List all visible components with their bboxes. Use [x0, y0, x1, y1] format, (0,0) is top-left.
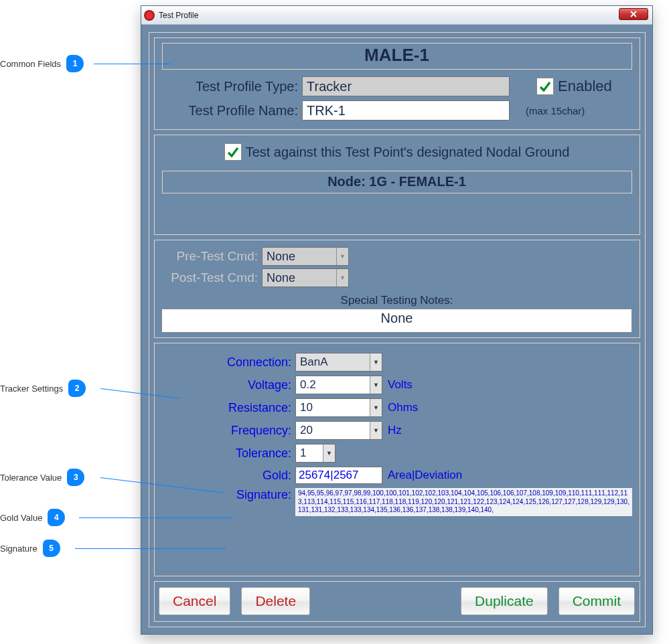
voltage-label: Voltage: [161, 378, 295, 392]
profile-heading: MALE-1 [161, 42, 632, 70]
commit-button[interactable]: Commit [558, 587, 635, 615]
callout-badge: 3 [67, 469, 84, 486]
resistance-unit: Ohms [388, 401, 418, 414]
profile-name-input[interactable] [302, 100, 510, 120]
gold-label: Gold: [161, 469, 295, 483]
enabled-label: Enabled [558, 78, 612, 95]
callout-signature: Signature 5 [0, 540, 60, 557]
callout-tolerance-value: Tolerance Value 3 [0, 469, 84, 486]
resistance-label: Resistance: [161, 401, 295, 415]
profile-name-hint: (max 15char) [526, 105, 585, 116]
enabled-checkbox[interactable] [536, 78, 554, 95]
signature-label: Signature: [161, 488, 295, 502]
nodal-ground-checkbox[interactable] [224, 143, 242, 161]
callout-badge: 5 [43, 540, 60, 557]
chevron-down-icon: ▼ [370, 353, 382, 371]
frequency-select[interactable]: 20 ▼ [295, 421, 382, 440]
frequency-unit: Hz [388, 424, 402, 437]
connection-select[interactable]: BanA ▼ [295, 353, 382, 372]
chevron-down-icon: ▼ [336, 248, 348, 265]
duplicate-button[interactable]: Duplicate [461, 587, 548, 615]
callout-badge: 4 [48, 509, 65, 526]
cancel-button[interactable]: Cancel [159, 587, 230, 615]
delete-button[interactable]: Delete [241, 587, 310, 615]
section-nodal-ground: Test against this Test Point's designate… [153, 134, 640, 235]
section-common-fields: MALE-1 Test Profile Type: Enabled Test P… [153, 37, 640, 130]
voltage-unit: Volts [388, 378, 413, 392]
profile-name-label: Test Profile Name: [161, 103, 302, 118]
chevron-down-icon: ▼ [336, 269, 348, 287]
callout-gold-value: Gold Value 4 [0, 509, 65, 526]
chevron-down-icon: ▼ [370, 376, 382, 394]
post-test-cmd-label: Post-Test Cmd: [161, 270, 262, 285]
notes-label: Special Testing Notes: [161, 294, 632, 307]
dialog-window: Test Profile MALE-1 Test Profile Type: E… [141, 5, 653, 635]
nodal-ground-label: Test against this Test Point's designate… [246, 145, 570, 160]
callout-label: Signature [0, 544, 38, 554]
callout-label: Tracker Settings [0, 384, 63, 394]
connection-label: Connection: [161, 355, 295, 370]
tolerance-select[interactable]: 1 ▼ [295, 444, 336, 463]
post-test-cmd-select: None ▼ [262, 268, 349, 287]
chevron-down-icon: ▼ [370, 422, 382, 439]
frequency-label: Frequency: [161, 424, 295, 438]
voltage-value: 0.2 [296, 376, 370, 394]
section-test-commands: Pre-Test Cmd: None ▼ Post-Test Cmd: None… [153, 239, 640, 338]
callout-label: Gold Value [0, 513, 42, 523]
profile-type-label: Test Profile Type: [161, 79, 302, 94]
titlebar[interactable]: Test Profile [141, 6, 652, 25]
section-tracker-settings: Connection: BanA ▼ Voltage: 0.2 ▼ Volts … [153, 342, 640, 576]
tolerance-value: 1 [296, 445, 323, 462]
section-footer: Cancel Delete Duplicate Commit [153, 580, 640, 622]
callout-badge: 2 [68, 380, 86, 397]
app-icon [144, 10, 155, 21]
callout-badge: 1 [66, 55, 84, 72]
pre-test-cmd-select: None ▼ [262, 247, 349, 266]
signature-value: 94,95,95,96,97,97,98,99,100,100,101,102,… [295, 488, 632, 516]
pre-test-cmd-label: Pre-Test Cmd: [161, 249, 262, 264]
window-title: Test Profile [159, 11, 198, 20]
callout-label: Common Fields [0, 59, 61, 69]
notes-field[interactable]: None [161, 309, 632, 333]
chevron-down-icon: ▼ [370, 399, 382, 416]
callout-label: Tolerance Value [0, 473, 62, 483]
close-button[interactable] [619, 8, 648, 20]
frequency-value: 20 [296, 422, 370, 439]
close-icon [630, 11, 637, 17]
tolerance-label: Tolerance: [161, 447, 295, 461]
connection-value: BanA [296, 353, 370, 371]
resistance-select[interactable]: 10 ▼ [295, 398, 382, 417]
callout-tracker-settings: Tracker Settings 2 [0, 380, 86, 397]
checkmark-icon [226, 145, 240, 159]
chevron-down-icon: ▼ [323, 445, 335, 462]
gold-input[interactable] [295, 467, 382, 484]
profile-type-field [302, 76, 510, 96]
callout-common-fields: Common Fields 1 [0, 55, 84, 72]
resistance-value: 10 [296, 399, 370, 416]
node-bar: Node: 1G - FEMALE-1 [161, 170, 632, 193]
checkmark-icon [538, 80, 552, 93]
post-test-cmd-value: None [263, 269, 336, 287]
gold-unit: Area|Deviation [388, 469, 462, 482]
voltage-select[interactable]: 0.2 ▼ [295, 376, 382, 394]
pre-test-cmd-value: None [263, 248, 336, 265]
